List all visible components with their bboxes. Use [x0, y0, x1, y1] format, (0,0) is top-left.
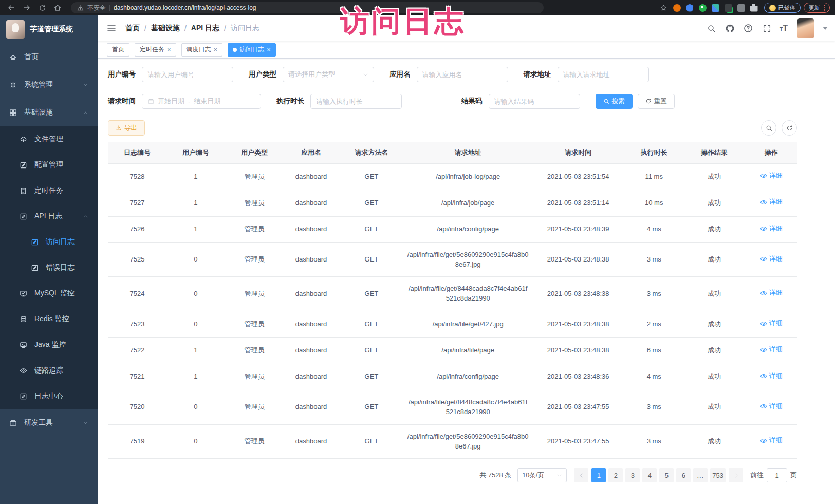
detail-link[interactable]: 详细	[760, 254, 783, 264]
search-button[interactable]: 搜索	[596, 94, 633, 109]
page-button-753[interactable]: 753	[710, 468, 726, 482]
page-button-1[interactable]: 1	[591, 468, 606, 482]
sidebar-item-home[interactable]: 首页	[0, 43, 98, 71]
user-id-input[interactable]	[147, 71, 228, 79]
cell-user-type: 管理员	[225, 242, 284, 277]
sidebar-item-config-mgmt[interactable]: 配置管理	[0, 152, 98, 178]
tab-cron-job[interactable]: 定时任务×	[135, 43, 176, 57]
result-code-input[interactable]	[494, 98, 574, 105]
toolbox-icon	[9, 419, 17, 427]
detail-link[interactable]: 详细	[760, 319, 783, 328]
browser-home-icon[interactable]	[51, 2, 64, 13]
sidebar-item-java-monitor[interactable]: Java 监控	[0, 332, 98, 358]
user-type-select[interactable]: 请选择用户类型	[283, 67, 374, 82]
sidebar-item-access-log[interactable]: 访问日志	[0, 229, 98, 255]
sidebar-item-dev-tools[interactable]: 研发工具	[0, 409, 98, 437]
close-icon[interactable]: ×	[167, 46, 171, 53]
address-bar[interactable]: 不安全 dashboard.yudao.iocoder.cn/infra/log…	[71, 2, 544, 13]
sidebar-item-system-mgmt[interactable]: 系统管理	[0, 71, 98, 99]
extension-puzzle-icon[interactable]	[750, 4, 758, 12]
browser-back-icon[interactable]	[5, 2, 17, 13]
browser-forward-icon[interactable]	[21, 2, 33, 13]
cell-action: 详细	[745, 216, 797, 242]
sidebar-item-redis-monitor[interactable]: Redis 监控	[0, 306, 98, 332]
prev-page-button[interactable]	[574, 468, 588, 482]
close-icon[interactable]: ×	[214, 46, 218, 53]
avatar-caret-icon[interactable]	[823, 27, 828, 30]
user-avatar[interactable]	[797, 18, 814, 38]
browser-reload-icon[interactable]	[36, 2, 48, 13]
export-button[interactable]: 导出	[108, 120, 145, 136]
detail-link[interactable]: 详细	[760, 171, 783, 181]
sidebar-item-file-mgmt[interactable]: 文件管理	[0, 126, 98, 152]
page-button-3[interactable]: 3	[625, 468, 640, 482]
extension-icon-orange[interactable]	[673, 4, 681, 12]
browser-toolbar: 不安全 dashboard.yudao.iocoder.cn/infra/log…	[0, 0, 835, 15]
sidebar-item-log-center[interactable]: 日志中心	[0, 383, 98, 409]
tab-access-log[interactable]: 访问日志×	[228, 43, 276, 57]
paused-chip[interactable]: 已暂停	[764, 3, 801, 13]
detail-link[interactable]: 详细	[760, 371, 783, 381]
fullscreen-icon[interactable]	[761, 23, 772, 34]
detail-link[interactable]: 详细	[760, 345, 783, 354]
cell-result: 成功	[683, 338, 746, 364]
sidebar-item-api-log[interactable]: API 日志	[0, 203, 98, 229]
detail-link[interactable]: 详细	[760, 288, 783, 298]
cell-result: 成功	[683, 364, 746, 390]
extension-icon-green[interactable]	[699, 4, 707, 12]
breadcrumb-infrastructure[interactable]: 基础设施	[151, 24, 180, 33]
sidebar-item-infrastructure[interactable]: 基础设施	[0, 99, 98, 126]
sidebar-item-error-log[interactable]: 错误日志	[0, 255, 98, 281]
cell-app-name: dashboard	[284, 190, 339, 216]
tab-schedule-log[interactable]: 调度日志×	[181, 43, 223, 57]
extension-icon-gray[interactable]	[737, 4, 745, 12]
header-search-icon[interactable]	[706, 23, 717, 34]
app-name-input[interactable]	[422, 71, 503, 79]
edit-square-icon	[20, 161, 27, 169]
refresh-table-button[interactable]	[782, 120, 797, 136]
page-button-5[interactable]: 5	[659, 468, 674, 482]
extension-icon-grid[interactable]	[712, 4, 719, 12]
app-logo-image	[6, 20, 25, 39]
toggle-search-button[interactable]	[761, 120, 776, 136]
bookmark-star-icon[interactable]	[658, 2, 670, 13]
page-ellipsis[interactable]: ...	[693, 468, 708, 482]
close-icon[interactable]: ×	[267, 46, 271, 53]
sidebar-item-cron-job[interactable]: 定时任务	[0, 178, 98, 203]
page-url: dashboard.yudao.iocoder.cn/infra/log/api…	[114, 4, 256, 11]
tab-home[interactable]: 首页	[107, 43, 129, 57]
cell-request-url: /api/infra/file/get/8448cada8c7f4e4ab61f…	[404, 277, 532, 311]
extension-icon-blue-shield[interactable]	[686, 4, 694, 12]
font-size-icon[interactable]: TT	[780, 24, 788, 32]
next-page-button[interactable]	[729, 468, 743, 482]
cell-method: GET	[339, 277, 404, 311]
dashboard-icon	[9, 53, 17, 61]
page-button-4[interactable]: 4	[642, 468, 657, 482]
github-icon[interactable]	[724, 23, 735, 34]
goto-page-input[interactable]	[767, 468, 787, 482]
breadcrumb-api-log[interactable]: API 日志	[191, 24, 219, 33]
duration-input[interactable]	[316, 98, 396, 105]
browser-menu-dots-icon[interactable]	[824, 5, 825, 11]
request-url-input[interactable]	[563, 71, 643, 79]
page-size-select[interactable]: 10条/页	[517, 468, 567, 482]
page-button-6[interactable]: 6	[676, 468, 691, 482]
app-logo[interactable]: 芋道管理系统	[0, 15, 98, 43]
hamburger-menu-icon[interactable]	[106, 23, 117, 34]
cell-log-id: 7523	[108, 311, 166, 338]
sidebar-item-mysql-monitor[interactable]: MySQL 监控	[0, 281, 98, 306]
breadcrumb: 首页/ 基础设施/ API 日志/ 访问日志	[125, 24, 259, 33]
detail-link[interactable]: 详细	[760, 197, 783, 207]
detail-link[interactable]: 详细	[760, 402, 783, 412]
sidebar-item-trace[interactable]: 链路追踪	[0, 358, 98, 383]
detail-link[interactable]: 详细	[760, 224, 783, 234]
breadcrumb-home[interactable]: 首页	[125, 24, 140, 33]
help-question-icon[interactable]	[743, 23, 754, 34]
update-chip[interactable]: 更新	[804, 3, 830, 13]
cell-app-name: dashboard	[284, 311, 339, 338]
detail-link[interactable]: 详细	[760, 436, 783, 445]
page-button-2[interactable]: 2	[608, 468, 623, 482]
reset-button[interactable]: 重置	[638, 94, 675, 109]
date-range-picker[interactable]: 开始日期 - 结束日期	[142, 94, 261, 109]
extension-icon-dark-badge[interactable]	[725, 4, 732, 12]
